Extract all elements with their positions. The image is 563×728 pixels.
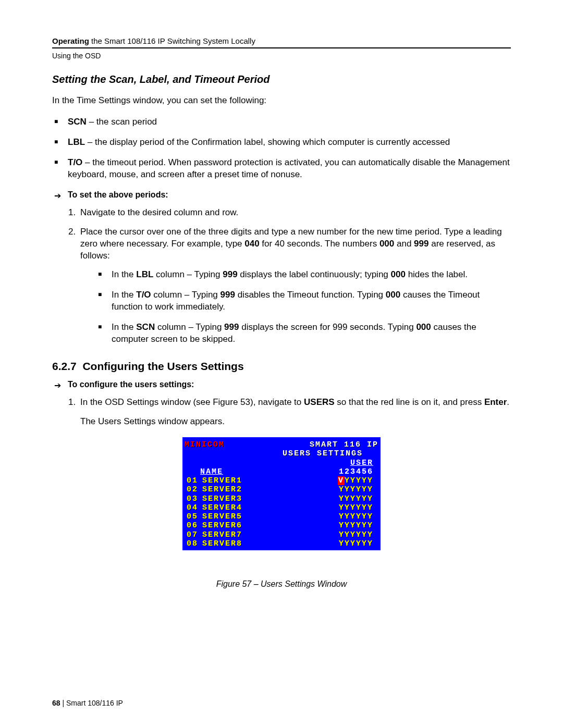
header-rule [52,47,511,48]
procedure-heading-users: ➔ To configure the users settings: [68,380,511,389]
header-bold: Operating [52,36,89,45]
document-page: Operating the Smart 108/116 IP Switching… [0,0,563,728]
def-scn: SCN – the scan period [68,116,511,128]
osd-row: 04SERVER4YYYYYY [185,503,378,512]
osd-row: 07SERVER7YYYYYY [185,530,378,539]
header-sub: Using the OSD [52,52,511,60]
note-to: In the T/O column – Typing 999 disables … [112,289,511,313]
osd-row: 06SERVER6YYYYYY [185,521,378,530]
heading-users: 6.2.7 Configuring the Users Settings [52,360,511,373]
note-lbl: In the LBL column – Typing 999 displays … [112,269,511,281]
page-footer: 68 | Smart 108/116 IP [52,699,123,707]
procedure-heading-set-periods: ➔ To set the above periods: [68,190,511,200]
osd-row: 01SERVER1VYYYYY [185,476,378,485]
osd-footer-blank [182,550,381,572]
running-header: Operating the Smart 108/116 IP Switching… [52,36,511,45]
intro-text: In the Time Settings window, you can set… [52,95,511,107]
step-2: Place the cursor over one of the three d… [78,226,511,346]
steps-users: In the OSD Settings window (see Figure 5… [52,397,511,428]
steps-set-periods: Navigate to the desired column and row. … [52,207,511,346]
osd-title-line2: USERS SETTINGS [185,449,378,458]
osd-row: 05SERVER5YYYYYY [185,512,378,521]
osd-brand: MINICOM [185,440,225,449]
osd-row: 03SERVER3YYYYYY [185,495,378,503]
osd-row: 08SERVER8YYYYYY [185,539,378,548]
def-lbl: LBL – the display period of the Confirma… [68,137,511,149]
section-title-scan: Setting the Scan, Label, and Timeout Per… [52,73,511,85]
definition-list: SCN – the scan period LBL – the display … [52,116,511,181]
step-1: Navigate to the desired column and row. [78,207,511,219]
sub-notes: In the LBL column – Typing 999 displays … [80,269,511,346]
osd-col-nums: 123456 [339,467,373,476]
osd-screenshot: MINICOM SMART 116 IP USERS SETTINGS USER… [182,437,381,589]
arrow-icon: ➔ [54,380,61,390]
step-users-1: In the OSD Settings window (see Figure 5… [78,397,511,428]
figure-caption: Figure 57 – Users Settings Window [182,579,381,589]
arrow-icon: ➔ [54,191,61,201]
header-rest: the Smart 108/116 IP Switching System Lo… [89,36,255,45]
def-to: T/O – the timeout period. When password … [68,157,511,181]
osd-title-line1: SMART 116 IP [310,440,378,449]
osd-col-name: NAME [200,467,223,476]
osd-col-user: USER [350,459,373,467]
appears-text: The Users Settings window appears. [80,416,225,426]
osd-row: 02SERVER2YYYYYY [185,485,378,494]
note-scn: In the SCN column – Typing 999 displays … [112,322,511,346]
